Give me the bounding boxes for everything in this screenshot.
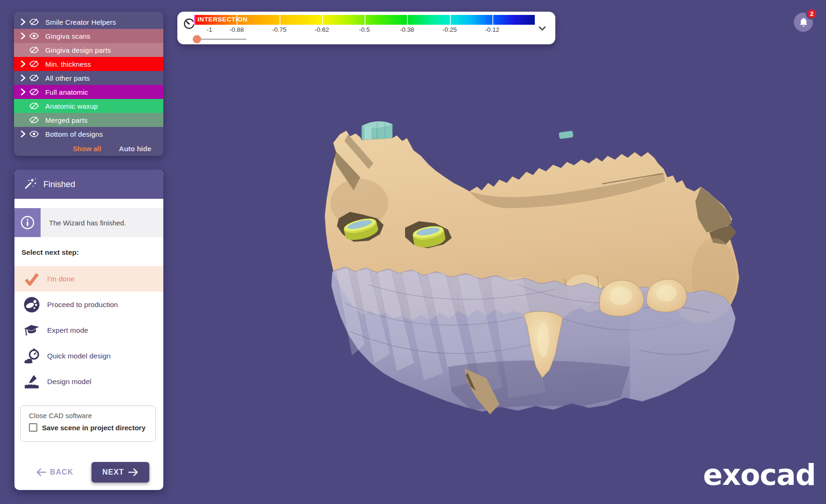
option-label: Proceed to production — [47, 301, 118, 309]
auto-hide-button[interactable]: Auto hide — [119, 145, 151, 153]
wizard-info-row: The Wizard has finished. — [14, 208, 163, 237]
graduation-cap-icon — [23, 322, 41, 339]
option-label: Quick model design — [47, 352, 111, 360]
dental-model-render — [303, 107, 756, 415]
tick-label: -0.88 — [230, 26, 244, 33]
wizard-options: I'm done Proceed to production Expert mo… — [14, 266, 163, 394]
intersection-toolbar: INTERSECTION -1 -0.88 -0.75 -0.62 -0.5 -… — [177, 12, 555, 44]
production-ball-icon — [23, 296, 41, 314]
option-expert-mode[interactable]: Expert mode — [14, 317, 163, 343]
chevron-right-icon[interactable] — [20, 74, 29, 82]
info-icon-cell — [14, 208, 41, 237]
colorbar-separator — [492, 15, 493, 25]
layer-row-gingiva-scans[interactable]: Gingiva scans — [14, 29, 163, 43]
layer-label: Bottom of designs — [45, 130, 103, 138]
eye-off-icon[interactable] — [29, 101, 41, 111]
layer-row-bottom-of-designs[interactable]: Bottom of designs — [14, 127, 163, 141]
back-button[interactable]: BACK — [36, 468, 73, 476]
show-all-button[interactable]: Show all — [73, 145, 101, 153]
chevron-right-icon[interactable] — [20, 18, 29, 26]
chevron-right-icon[interactable] — [20, 130, 29, 138]
colorbar-ticks: -1 -0.88 -0.75 -0.62 -0.5 -0.38 -0.25 -0… — [194, 26, 535, 34]
wizard-message: The Wizard has finished. — [41, 208, 163, 237]
wizard-panel: Finished The Wizard has finished. Select… — [14, 170, 163, 490]
save-scene-label: Save scene in project directory — [42, 424, 146, 432]
chevron-right-icon[interactable] — [20, 32, 29, 40]
wizard-buttons-row: BACK NEXT — [14, 462, 163, 483]
layer-label: Full anatomic — [45, 88, 88, 96]
option-label: Expert mode — [47, 326, 88, 335]
colorbar-separator — [364, 15, 365, 25]
dental-model-3d-viewport[interactable] — [303, 107, 756, 415]
tick-label: -0.75 — [272, 26, 287, 33]
eye-off-icon[interactable] — [29, 59, 41, 69]
wizard-title: Finished — [43, 180, 75, 189]
layer-label: Min. thickness — [45, 60, 91, 68]
select-next-step-label: Select next step: — [21, 248, 79, 257]
intersection-slider[interactable] — [194, 39, 246, 40]
slider-knob[interactable] — [193, 35, 201, 43]
chevron-right-icon[interactable] — [20, 60, 29, 68]
chevron-spacer — [20, 116, 29, 124]
option-design-model[interactable]: Design model — [14, 369, 163, 394]
eye-off-icon[interactable] — [29, 17, 41, 27]
colorbar-separator — [280, 15, 280, 25]
layer-row-anatomic-waxup[interactable]: Anatomic waxup — [14, 99, 163, 113]
layer-row-full-anatomic[interactable]: Full anatomic — [14, 85, 163, 99]
layer-row-smile-creator-helpers[interactable]: Smile Creator Helpers — [14, 15, 163, 29]
tick-label: -0.12 — [485, 26, 499, 33]
wizard-header: Finished — [14, 170, 163, 199]
layer-row-gingiva-design-parts[interactable]: Gingiva design parts — [14, 43, 163, 57]
option-quick-model-design[interactable]: Quick model design — [14, 343, 163, 369]
option-label: Design model — [47, 378, 91, 386]
close-cad-title: Close CAD software — [29, 412, 155, 420]
stopwatch-model-icon — [23, 347, 41, 365]
info-icon — [20, 215, 35, 230]
arrow-right-icon — [128, 468, 139, 476]
chevron-right-icon[interactable] — [20, 88, 29, 96]
exocad-logo: exocad — [703, 458, 816, 492]
tick-label: -0.5 — [359, 26, 370, 33]
layer-row-min-thickness[interactable]: Min. thickness — [14, 57, 163, 71]
layer-row-all-other-parts[interactable]: All other parts — [14, 71, 163, 85]
eye-icon[interactable] — [29, 31, 41, 41]
colorbar-min-marker — [194, 15, 196, 25]
eye-off-icon[interactable] — [29, 73, 41, 83]
bell-icon — [799, 17, 808, 28]
chevron-down-icon[interactable] — [537, 23, 548, 34]
eye-off-icon[interactable] — [29, 115, 41, 125]
colorbar-separator — [450, 15, 451, 25]
chevron-spacer — [20, 46, 29, 54]
option-proceed-to-production[interactable]: Proceed to production — [14, 292, 163, 317]
tick-label: -1 — [207, 26, 212, 33]
tick-label: -0.25 — [442, 26, 457, 33]
intersection-colorbar[interactable]: INTERSECTION — [194, 15, 535, 25]
save-scene-row[interactable]: Save scene in project directory — [29, 423, 155, 432]
next-button[interactable]: NEXT — [91, 462, 149, 483]
back-button-label: BACK — [50, 468, 73, 476]
magic-wand-icon — [24, 177, 37, 192]
close-cad-box: Close CAD software Save scene in project… — [20, 406, 156, 442]
tick-label: -0.38 — [400, 26, 414, 33]
save-scene-checkbox[interactable] — [29, 423, 37, 432]
colorbar-separator — [407, 15, 408, 25]
chevron-spacer — [20, 102, 29, 110]
eye-off-icon[interactable] — [29, 45, 41, 55]
arrow-left-icon — [36, 468, 46, 476]
layer-row-merged-parts[interactable]: Merged parts — [14, 113, 163, 127]
layer-label: Smile Creator Helpers — [45, 18, 116, 26]
layers-panel: Smile Creator Helpers Gingiva scans Ging… — [14, 12, 163, 156]
layer-label: All other parts — [45, 74, 90, 82]
tick-label: -0.62 — [315, 26, 329, 33]
eye-icon[interactable] — [29, 129, 41, 139]
colorbar-title: INTERSECTION — [197, 16, 248, 23]
option-label: I'm done — [47, 275, 75, 283]
eye-off-icon[interactable] — [29, 87, 41, 97]
check-icon — [23, 270, 41, 288]
pencil-model-icon — [23, 373, 41, 391]
notification-area: 2 — [794, 11, 818, 33]
notification-count-badge[interactable]: 2 — [806, 8, 818, 20]
option-im-done[interactable]: I'm done — [14, 266, 163, 292]
layer-label: Gingiva design parts — [45, 46, 111, 54]
gauge-icon — [183, 18, 195, 30]
